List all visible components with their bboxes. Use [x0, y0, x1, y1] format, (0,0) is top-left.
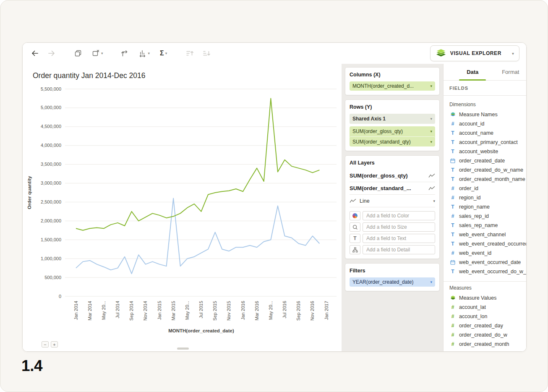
rows-pill-1[interactable]: SUM(order_standard_qty)▾ [350, 136, 435, 146]
field-label: web_event_occurred_do_w_na... [459, 269, 527, 274]
dropzone-input-detail[interactable] [363, 245, 435, 254]
workspace: Order quantity Jan 2014-Dec 2016 0500,00… [23, 64, 526, 351]
field-account-id[interactable]: #account_id [449, 119, 527, 128]
dropzone-list: T [350, 211, 435, 254]
field-sales-rep-name[interactable]: Tsales_rep_name [449, 221, 527, 230]
number-icon: # [449, 341, 456, 347]
fields-divider [444, 281, 527, 282]
size-icon-button[interactable] [350, 222, 360, 232]
forward-button[interactable] [46, 48, 57, 58]
text-icon-button[interactable]: T [350, 234, 360, 243]
y-tick-label: 0 [59, 294, 61, 299]
field-web-event-occurred-date[interactable]: web_event_occurred_date [449, 258, 527, 267]
tab-data[interactable]: Data [454, 64, 492, 80]
sort-descending-button[interactable] [201, 49, 211, 58]
x-tick-label: Jul 2016 [282, 301, 287, 319]
field-measure-values[interactable]: Measure Values [449, 293, 527, 303]
field-account-website[interactable]: Taccount_website [449, 147, 527, 156]
y-tick-label: 2,000,000 [41, 218, 61, 223]
zoom-out-button[interactable]: − [42, 341, 49, 348]
filters-pill-0-label: YEAR(order_created_date) [352, 279, 413, 285]
duplicate-chart-button[interactable] [73, 48, 83, 58]
y-tick-label: 4,000,000 [41, 143, 61, 148]
back-button[interactable] [29, 48, 40, 58]
aggregation-button[interactable]: Σ ▾ [159, 49, 168, 58]
columns-shelf-title: Columns (X) [350, 72, 435, 78]
rows-pill-0[interactable]: SUM(order_gloss_qty)▾ [350, 126, 435, 136]
zoom-controls: − + [42, 341, 58, 348]
y-tick-label: 2,500,000 [41, 199, 61, 204]
dropzone-input-text[interactable] [363, 234, 435, 243]
field-account-primary-contact[interactable]: Taccount_primary_contact [449, 138, 527, 147]
y-tick-label: 4,500,000 [41, 124, 61, 129]
layer-item-0[interactable]: SUM(order_gloss_qty) [350, 170, 435, 182]
y-tick-label: 5,000,000 [41, 105, 61, 110]
field-sales-rep-id[interactable]: #sales_rep_id [449, 212, 527, 221]
mark-type-select[interactable]: Line ▾ [350, 195, 435, 207]
chevron-down-icon: ▾ [101, 51, 103, 55]
field-region-id[interactable]: #region_id [449, 193, 527, 202]
x-tick-label: Nov 2015 [226, 301, 231, 321]
x-tick-label: Jan 2014 [73, 301, 78, 320]
dropzone-input-color[interactable] [363, 211, 435, 220]
detail-icon-button[interactable] [350, 245, 360, 254]
field-order-created-date[interactable]: order_created_date [449, 156, 527, 165]
rows-shelf-title: Rows (Y) [350, 104, 435, 110]
filters-pill-0[interactable]: YEAR(order_created_date)▾ [350, 277, 435, 287]
fields-panel: Data Format FIELDS fx+ Dimensions Measur… [443, 64, 527, 351]
rows-pill-0-label: SUM(order_gloss_qty) [352, 128, 403, 134]
field-order-id[interactable]: #order_id [449, 184, 527, 193]
axis-range-button[interactable]: ▾ [138, 48, 151, 58]
dropzone-input-size[interactable] [363, 222, 435, 232]
layer-item-1[interactable]: SUM(order_standard_... [350, 182, 435, 195]
field-web-event-channel[interactable]: Tweb_event_channel [449, 230, 527, 239]
rows-shelf: Rows (Y) Shared Axis 1 ▾ SUM(order_gloss… [345, 99, 440, 151]
text-icon: T [449, 269, 456, 274]
number-icon: # [449, 250, 456, 256]
field-account-lat[interactable]: #account_lat [449, 303, 527, 312]
field-order-created-month[interactable]: #order_created_month [449, 340, 527, 349]
layers-list: SUM(order_gloss_qty)SUM(order_standard_.… [350, 170, 435, 195]
field-label: Measure Values [459, 295, 496, 301]
x-tick-label: Jul 2014 [115, 301, 120, 319]
field-web-event-id[interactable]: #web_event_id [449, 248, 527, 258]
sigma-icon: Σ [160, 50, 164, 57]
field-label: account_primary_contact [459, 139, 518, 145]
field-order-created-month-name[interactable]: Torder_created_month_name [449, 175, 527, 184]
dropzone-size [350, 222, 435, 232]
field-web-event-created-occurred[interactable]: Tweb_event_created_occurred... [449, 239, 527, 248]
horizontal-scrollbar[interactable] [177, 348, 189, 350]
series-line-SUM(order_standard_qty)[interactable] [76, 198, 319, 274]
x-tick-label: Sep 2015 [212, 301, 217, 321]
field-order-created-do-w-name[interactable]: Torder_created_do_w_name [449, 165, 527, 175]
date-icon [449, 158, 456, 163]
field-web-event-occurred-do-w-na[interactable]: Tweb_event_occurred_do_w_na... [449, 267, 527, 276]
field-label: region_id [459, 195, 480, 201]
chart-title: Order quantity Jan 2014-Dec 2016 [33, 71, 146, 80]
columns-pill-0[interactable]: MONTH(order_created_d...▾ [350, 81, 435, 91]
sort-descending-icon [202, 50, 211, 57]
sort-ascending-button[interactable] [185, 49, 195, 58]
field-account-name[interactable]: Taccount_name [449, 128, 527, 138]
field-region-name[interactable]: Tregion_name [449, 202, 527, 212]
text-glyph-icon: T [353, 235, 356, 241]
x-tick-label: May 20... [185, 301, 190, 320]
shared-axis-header[interactable]: Shared Axis 1 ▾ [350, 114, 435, 124]
field-label: account_name [459, 130, 493, 136]
swap-axes-button[interactable] [119, 48, 129, 58]
clear-chart-icon [91, 49, 100, 57]
field-account-lon[interactable]: #account_lon [449, 312, 527, 321]
dropzone-detail [350, 245, 435, 254]
visual-explorer-menu[interactable]: VISUAL EXPLORER ▾ [430, 45, 519, 61]
field-order-created-do-w[interactable]: #order_created_do_w [449, 330, 527, 340]
field-measure-names[interactable]: Measure Names [449, 110, 527, 119]
field-order-created-day[interactable]: #order_created_day [449, 321, 527, 330]
line-mark-icon [350, 199, 356, 203]
tab-format[interactable]: Format [492, 64, 527, 80]
color-icon-button[interactable] [350, 211, 360, 220]
number-icon: # [449, 186, 456, 191]
y-tick-label: 3,000,000 [41, 180, 61, 186]
zoom-in-button[interactable]: + [51, 341, 58, 348]
clear-chart-button[interactable]: ▾ [91, 48, 104, 58]
text-icon: T [449, 149, 456, 154]
